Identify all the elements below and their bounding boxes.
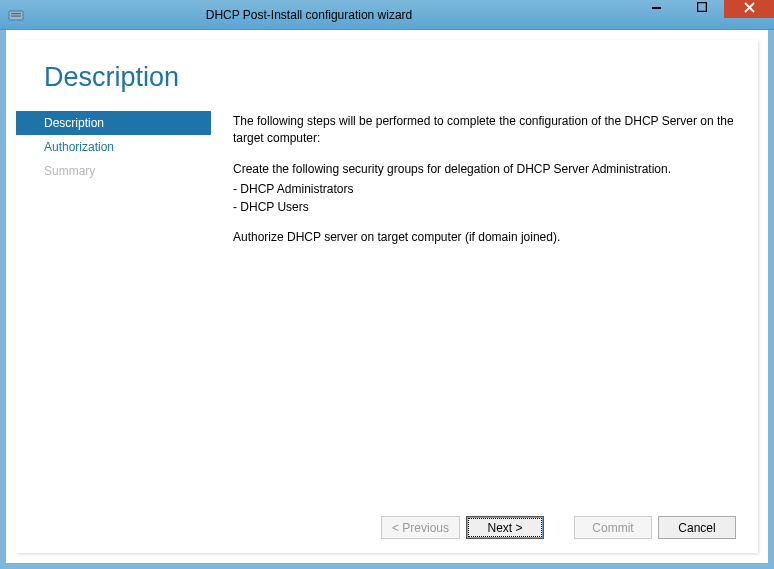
svg-rect-3 [652,7,661,9]
sidebar-item-label: Description [44,116,104,130]
next-button[interactable]: Next > [466,516,544,539]
group-item: - DHCP Administrators [233,181,736,198]
authorize-text: Authorize DHCP server on target computer… [233,229,736,246]
previous-button: < Previous [381,516,460,539]
groups-intro-text: Create the following security groups for… [233,161,736,178]
content-wrapper: Description Description Authorization Su… [0,30,774,569]
close-button[interactable] [724,0,774,18]
svg-rect-4 [697,3,706,12]
header-section: Description [16,40,758,111]
group-item: - DHCP Users [233,199,736,216]
wizard-window: DHCP Post-Install configuration wizard D… [0,0,774,569]
cancel-button[interactable]: Cancel [658,516,736,539]
sidebar-item-authorization[interactable]: Authorization [16,135,211,159]
group-list: - DHCP Administrators - DHCP Users [233,181,736,216]
intro-text: The following steps will be performed to… [233,113,736,148]
sidebar-item-label: Summary [44,164,95,178]
sidebar-item-description[interactable]: Description [16,111,211,135]
commit-button: Commit [574,516,652,539]
page-title: Description [44,62,758,93]
minimize-button[interactable] [634,0,679,18]
sidebar: Description Authorization Summary [16,111,211,504]
window-controls [634,0,774,29]
main-panel: The following steps will be performed to… [211,111,758,504]
footer-buttons: < Previous Next > Commit Cancel [16,504,758,553]
maximize-button[interactable] [679,0,724,18]
inner-content: Description Description Authorization Su… [16,40,758,553]
sidebar-item-label: Authorization [44,140,114,154]
sidebar-item-summary: Summary [16,159,211,183]
button-spacer [550,516,568,539]
body-section: Description Authorization Summary The fo… [16,111,758,504]
window-title: DHCP Post-Install configuration wizard [0,8,634,22]
title-bar: DHCP Post-Install configuration wizard [0,0,774,30]
